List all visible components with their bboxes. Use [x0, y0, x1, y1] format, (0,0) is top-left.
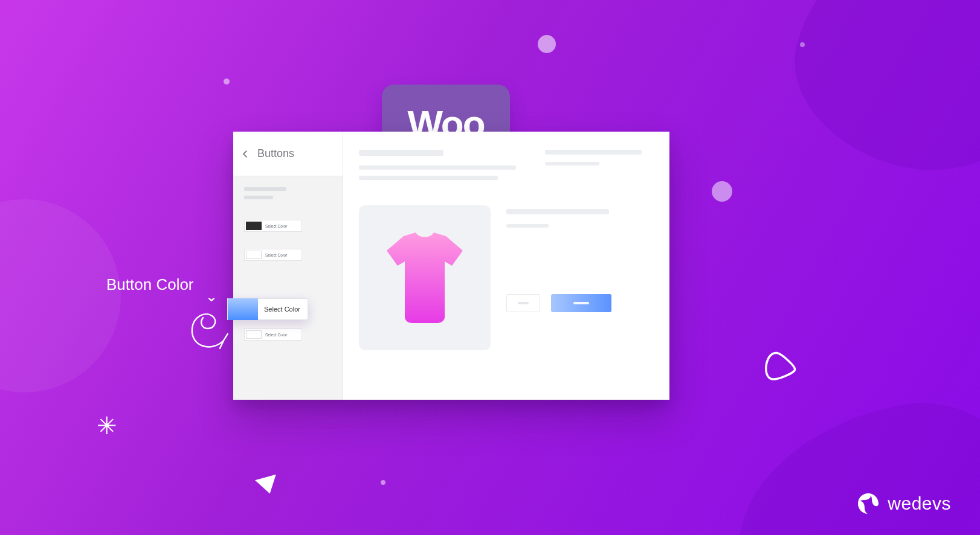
callout-arrow-icon	[181, 298, 236, 353]
product-info-column	[506, 205, 654, 350]
decorative-dot	[712, 181, 732, 202]
skeleton-line	[545, 150, 642, 155]
skeleton-line	[359, 165, 516, 170]
color-picker-row-active[interactable]: Select Color	[227, 298, 308, 320]
color-picker-row[interactable]: Select Color	[244, 249, 302, 261]
color-swatch	[246, 222, 262, 230]
sidebar-body: Select Color Select Color Select Color S…	[233, 176, 343, 400]
select-color-label: Select Color	[265, 253, 288, 257]
color-picker-row[interactable]: Select Color	[244, 220, 302, 232]
add-to-cart-button[interactable]	[551, 294, 611, 312]
back-chevron-icon[interactable]	[238, 147, 253, 161]
select-color-label: Select Color	[265, 224, 288, 228]
color-picker-row[interactable]: Select Color	[244, 328, 302, 341]
callout-label: Button Color	[106, 275, 194, 294]
cta-row	[506, 294, 654, 312]
rounded-triangle-icon	[762, 350, 799, 383]
product-image-card	[359, 205, 491, 350]
asterisk-icon: ✳	[97, 414, 117, 438]
decorative-blob	[0, 199, 121, 392]
select-color-label[interactable]: Select Color	[258, 306, 306, 313]
customizer-sidebar: Buttons Select Color Select Color Select…	[233, 132, 343, 400]
decorative-blob	[773, 0, 980, 198]
skeleton-line	[359, 176, 498, 180]
decorative-dot	[538, 35, 556, 53]
tshirt-icon	[385, 232, 464, 323]
skeleton-line	[545, 162, 599, 165]
brand-name: wedevs	[888, 493, 951, 514]
skeleton-line	[506, 209, 609, 214]
decorative-dot	[224, 78, 230, 85]
skeleton-line	[506, 224, 549, 228]
sidebar-header: Buttons	[233, 132, 343, 176]
decorative-dot	[381, 480, 385, 485]
preview-header-right	[545, 150, 654, 165]
color-swatch	[246, 251, 262, 259]
brand-footer: wedevs	[856, 492, 951, 516]
skeleton-line	[359, 150, 443, 156]
wedevs-logo-icon	[856, 492, 880, 516]
select-color-label: Select Color	[265, 333, 288, 337]
skeleton-line	[244, 196, 273, 199]
color-swatch	[246, 330, 262, 339]
preview-pane	[343, 132, 669, 400]
triangle-icon	[255, 475, 280, 496]
customizer-panel: Buttons Select Color Select Color Select…	[233, 132, 669, 400]
sidebar-title: Buttons	[257, 147, 294, 160]
product-area	[359, 205, 654, 350]
skeleton-line	[244, 187, 286, 191]
decorative-dot	[800, 42, 805, 47]
quantity-box[interactable]	[506, 294, 540, 312]
